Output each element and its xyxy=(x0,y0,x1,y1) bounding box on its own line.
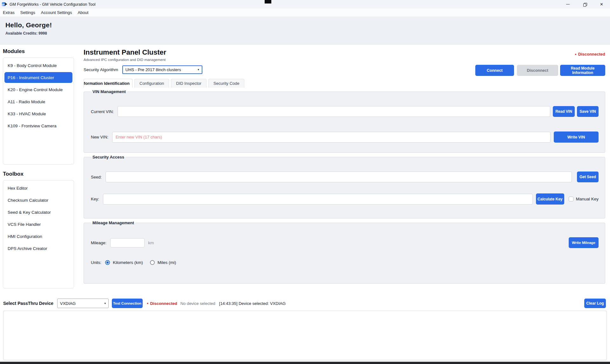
new-vin-row: New VIN: Write VIN xyxy=(91,131,599,143)
status-dot-icon: ● xyxy=(575,53,576,56)
manual-key-label: Manual Key xyxy=(576,197,599,201)
log-output[interactable] xyxy=(3,311,607,360)
page-title: Instrument Panel Cluster xyxy=(84,48,605,57)
calculate-key-button[interactable]: Calculate Key xyxy=(536,193,564,205)
save-vin-button[interactable]: Save VIN xyxy=(577,106,599,117)
toolbox-heading: Toolbox xyxy=(3,171,74,177)
screen-artifact xyxy=(265,0,271,3)
mileage-label: Mileage: xyxy=(91,240,106,245)
toolbox-item-hex-editor[interactable]: Hex Editor xyxy=(3,182,74,194)
vin-management-section: VIN Management Current VIN: Read VIN Sav… xyxy=(84,89,605,153)
security-access-legend: Security Access xyxy=(91,155,126,159)
manual-key-checkbox[interactable] xyxy=(569,197,573,201)
close-icon: ✕ xyxy=(600,2,603,7)
test-connection-button[interactable]: Test Connection xyxy=(112,299,143,308)
modules-heading: Modules xyxy=(3,48,74,55)
connect-button[interactable]: Connect xyxy=(475,65,514,76)
credits-text: Available Credits: 9998 xyxy=(5,31,610,36)
page-subtitle: Advanced IPC configuration and DID manag… xyxy=(84,58,605,62)
app-icon: gm xyxy=(2,2,7,7)
passthru-device-value: VXDIAG xyxy=(60,301,76,306)
tab-did-inspector[interactable]: DID Inspector xyxy=(171,79,206,88)
toolbox-item-vcs-file-handler[interactable]: VCS File Handler xyxy=(3,218,74,230)
security-access-section: Security Access Seed: Get Seed Key: Calc… xyxy=(84,155,605,219)
titlebar: gm GM ForgeWorks - GM Vehicle Configurat… xyxy=(0,0,610,9)
key-label: Key: xyxy=(91,197,99,201)
vin-management-legend: VIN Management xyxy=(91,89,127,94)
new-vin-label: New VIN: xyxy=(91,135,108,139)
status-dot-icon: ● xyxy=(147,302,148,305)
tab-configuration[interactable]: Configuration xyxy=(134,79,169,88)
miles-radio[interactable] xyxy=(150,260,155,265)
read-module-information-button[interactable]: Read Module Information xyxy=(560,65,605,76)
menu-about[interactable]: About xyxy=(75,10,91,15)
menu-extras[interactable]: Extras xyxy=(3,10,17,15)
write-mileage-button[interactable]: Write Mileage xyxy=(569,237,599,248)
close-button[interactable]: ✕ xyxy=(593,0,610,9)
passthru-device-select[interactable]: VXDIAG ▾ xyxy=(57,299,109,308)
sidebar-item-k109-camera[interactable]: K109 - Frontview Camera xyxy=(3,120,74,132)
current-vin-label: Current VIN: xyxy=(91,109,114,114)
menu-settings[interactable]: Settings xyxy=(17,10,38,15)
read-vin-button[interactable]: Read VIN xyxy=(553,106,575,117)
mileage-row: Mileage: km Write Mileage xyxy=(91,237,599,248)
sidebar-item-k9-bcm[interactable]: K9 - Body Control Module xyxy=(3,59,74,71)
disconnect-button[interactable]: Disconnect xyxy=(517,65,558,76)
toolbox-item-seed-key-calculator[interactable]: Seed & Key Calculator xyxy=(3,206,74,218)
main-header: Instrument Panel Cluster Advanced IPC co… xyxy=(84,48,605,74)
get-seed-button[interactable]: Get Seed xyxy=(577,172,599,182)
minimize-icon xyxy=(566,4,570,4)
gear-icon xyxy=(5,3,7,6)
mileage-management-legend: Mileage Management xyxy=(91,220,136,225)
current-vin-row: Current VIN: Read VIN Save VIN xyxy=(91,106,599,117)
window-title: GM ForgeWorks - GM Vehicle Configuration… xyxy=(10,2,95,7)
key-row: Key: Calculate Key Manual Key xyxy=(91,193,599,205)
passthru-device-bar: Select PassThru Device VXDIAG ▾ Test Con… xyxy=(0,297,610,310)
connection-status: ● Disconnected xyxy=(575,52,605,57)
restore-button[interactable] xyxy=(576,0,593,9)
units-row: Units: Kilometers (km) Miles (mi) xyxy=(91,260,599,265)
device-status-detail: No device selected xyxy=(180,301,215,306)
clear-log-button[interactable]: Clear Log xyxy=(584,299,606,308)
units-label: Units: xyxy=(91,260,101,265)
toolbox-item-dps-archive-creator[interactable]: DPS Archive Creator xyxy=(3,242,74,254)
sidebar: Modules K9 - Body Control Module P16 - I… xyxy=(3,44,74,297)
toolbox-item-checksum-calculator[interactable]: Checksum Calculator xyxy=(3,194,74,206)
menu-bar: Extras Settings Account Settings About xyxy=(0,9,610,17)
menu-account-settings[interactable]: Account Settings xyxy=(38,10,75,15)
passthru-device-label: Select PassThru Device xyxy=(3,301,53,306)
seed-row: Seed: Get Seed xyxy=(91,172,599,182)
main-panel: Instrument Panel Cluster Advanced IPC co… xyxy=(84,44,605,297)
miles-radio-label: Miles (mi) xyxy=(158,260,176,265)
device-log-line: [14:43:35] Device selected: VXDIAG xyxy=(219,301,286,306)
greeting-text: Hello, George! xyxy=(5,21,610,29)
mileage-unit-suffix: km xyxy=(148,240,154,245)
tab-identification[interactable]: Information Identification xyxy=(84,79,132,88)
mileage-field[interactable] xyxy=(110,238,145,247)
content-area: Modules K9 - Body Control Module P16 - I… xyxy=(0,44,610,297)
modules-list: K9 - Body Control Module P16 - Instrumen… xyxy=(3,57,74,165)
tab-security-code[interactable]: Security Code xyxy=(208,79,245,88)
key-field[interactable] xyxy=(103,194,533,205)
seed-field[interactable] xyxy=(105,172,572,182)
toolbox-list: Hex Editor Checksum Calculator Seed & Ke… xyxy=(3,180,74,288)
mileage-management-section: Mileage Management Mileage: km Write Mil… xyxy=(84,220,605,284)
new-vin-field[interactable] xyxy=(112,132,551,143)
sidebar-item-k33-hvac[interactable]: K33 - HVAC Module xyxy=(3,108,74,120)
bottom-edge-strip xyxy=(0,362,610,364)
write-vin-button[interactable]: Write VIN xyxy=(554,131,599,143)
connection-buttons: Connect Disconnect Read Module Informati… xyxy=(475,65,605,76)
current-vin-field[interactable] xyxy=(118,106,550,117)
toolbox-item-hmi-configuration[interactable]: HMI Configuration xyxy=(3,230,74,242)
chevron-down-icon: ▾ xyxy=(198,68,199,71)
minimize-button[interactable] xyxy=(559,0,576,9)
restore-icon xyxy=(583,3,586,6)
sidebar-item-p16-ipc[interactable]: P16 - Instrument Cluster xyxy=(4,72,72,83)
kilometers-radio[interactable] xyxy=(105,260,110,265)
sidebar-item-k20-ecm[interactable]: K20 - Engine Control Module xyxy=(3,84,74,96)
seed-label: Seed: xyxy=(91,175,102,179)
connection-status-text: Disconnected xyxy=(578,52,605,57)
security-algorithm-select[interactable]: UHS - Pre 2017 8inch clusters ▾ xyxy=(122,65,202,74)
tab-bar: Information Identification Configuration… xyxy=(84,79,605,88)
sidebar-item-a11-radio[interactable]: A11 - Radio Module xyxy=(3,96,74,108)
